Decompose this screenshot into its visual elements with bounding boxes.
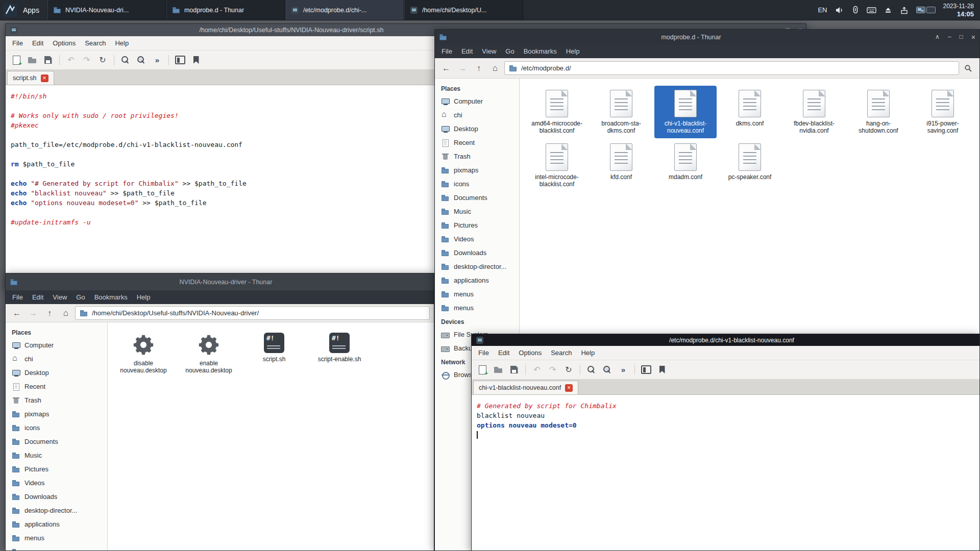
applications-menu-icon[interactable] (2, 2, 19, 19)
side-pane-icon[interactable] (174, 54, 187, 67)
sidebar-item[interactable]: pixmaps (435, 163, 519, 177)
sidebar-item[interactable]: Music (6, 448, 107, 462)
shade-button[interactable] (935, 34, 940, 41)
menu-item[interactable]: File (8, 290, 28, 304)
menu-item[interactable]: File (474, 346, 494, 360)
back-button[interactable] (10, 306, 24, 320)
sidebar-item[interactable]: chi (6, 352, 107, 366)
sidebar-item[interactable]: Music (435, 205, 519, 218)
file-item[interactable]: intel-microcode-blacklist.conf (526, 139, 588, 192)
clock[interactable]: 2023-11-28 14:05 (943, 3, 974, 18)
new-document-icon[interactable] (10, 54, 23, 67)
menu-item[interactable]: Help (110, 36, 133, 50)
file-item[interactable]: script-enable.sh (308, 329, 371, 378)
minimize-button[interactable] (948, 34, 951, 41)
file-item[interactable]: pc-speaker.conf (719, 139, 781, 192)
taskbar-window-button[interactable]: modprobe.d - Thunar (166, 0, 285, 20)
redo-icon[interactable] (546, 363, 559, 377)
redo-icon[interactable] (80, 54, 93, 67)
applications-menu-label[interactable]: Apps (23, 6, 39, 14)
undo-icon[interactable] (530, 363, 544, 377)
sidebar-item[interactable]: menus (6, 545, 107, 550)
sidebar-item[interactable]: icons (435, 177, 519, 191)
taskbar-window-button[interactable]: NVIDIA-Nouveau-dri... (47, 0, 166, 20)
menu-item[interactable]: Bookmarks (90, 290, 132, 304)
file-item[interactable]: hang-on-shutdown.conf (847, 86, 910, 138)
sidebar-item[interactable]: applications (435, 273, 519, 287)
menu-item[interactable]: Help (132, 290, 155, 304)
titlebar[interactable]: NVIDIA-Nouveau-driver - Thunar (6, 273, 434, 290)
workspace-2[interactable] (926, 7, 936, 13)
close-button[interactable] (971, 34, 975, 41)
menu-item[interactable]: Go (501, 44, 519, 58)
volume-icon[interactable] (835, 6, 844, 14)
sidebar-item[interactable]: Recent (435, 136, 519, 149)
sidebar-item[interactable]: applications (6, 517, 107, 531)
menu-item[interactable]: Search (546, 346, 576, 360)
home-button[interactable] (488, 61, 502, 75)
tab-close-icon[interactable] (565, 384, 573, 392)
keyboard-icon[interactable] (867, 6, 876, 14)
eject-icon[interactable] (884, 6, 892, 14)
sidebar-item[interactable]: Trash (6, 393, 107, 407)
menu-item[interactable]: Edit (494, 346, 514, 360)
file-item[interactable]: dkms.conf (719, 86, 781, 138)
taskbar-window-button[interactable]: /etc/modprobe.d/chi-... (285, 0, 404, 20)
menu-item[interactable]: Edit (28, 36, 48, 50)
save-icon[interactable] (41, 54, 55, 67)
sidebar-item[interactable]: Desktop (435, 122, 519, 136)
archive-icon[interactable] (900, 6, 909, 14)
menu-item[interactable]: Go (71, 290, 89, 304)
workspace-1[interactable] (916, 7, 925, 13)
titlebar[interactable]: /etc/modprobe.d/chi-v1-blacklist-nouveau… (472, 334, 979, 346)
menu-item[interactable]: Search (80, 36, 110, 50)
forward-button[interactable] (26, 306, 40, 320)
sidebar-item[interactable]: desktop-director... (6, 504, 107, 517)
reload-icon[interactable] (562, 363, 575, 377)
sidebar-item[interactable]: Videos (435, 232, 519, 246)
file-item[interactable]: mdadm.conf (654, 139, 717, 192)
taskbar-window-button[interactable]: /home/chi/Desktop/U... (404, 0, 523, 20)
file-item[interactable]: amd64-microcode-blacklist.conf (526, 86, 588, 138)
file-item[interactable]: chi-v1-blacklist-nouveau.conf (654, 86, 717, 138)
find-replace-icon[interactable] (601, 363, 614, 377)
language-indicator[interactable]: EN (818, 6, 827, 14)
sidebar-item[interactable]: Trash (435, 149, 519, 163)
sidebar-item[interactable]: menus (435, 301, 519, 315)
sidebar-item[interactable]: desktop-director... (435, 260, 519, 273)
new-document-icon[interactable] (476, 363, 489, 377)
maximize-button[interactable] (960, 34, 963, 41)
sidebar-item[interactable]: Pictures (6, 462, 107, 476)
sidebar-item[interactable]: pixmaps (6, 407, 107, 421)
undo-icon[interactable] (64, 54, 78, 67)
find-icon[interactable] (119, 54, 132, 67)
file-item[interactable]: script.sh (242, 329, 306, 378)
save-icon[interactable] (507, 363, 521, 377)
sidebar-item[interactable]: Downloads (435, 246, 519, 260)
file-item[interactable]: kfd.conf (590, 139, 652, 192)
workspace-switcher[interactable] (916, 7, 936, 13)
menu-item[interactable]: File (8, 36, 28, 50)
back-button[interactable] (439, 61, 453, 75)
menu-item[interactable]: Bookmarks (519, 44, 561, 58)
open-folder-icon[interactable] (492, 363, 505, 377)
menu-item[interactable]: Options (514, 346, 546, 360)
path-field[interactable]: /home/chi/Desktop/Useful-stuffs/NVIDIA-N… (75, 306, 430, 320)
file-item[interactable]: broadcom-sta-dkms.conf (590, 86, 652, 138)
tab-close-icon[interactable] (41, 74, 48, 82)
sidebar-item[interactable]: Downloads (6, 490, 107, 504)
file-item[interactable]: fbdev-blacklist-nvidia.conf (783, 86, 845, 138)
find-replace-icon[interactable] (135, 54, 148, 67)
file-item[interactable]: enable nouveau.desktop (177, 329, 240, 378)
up-button[interactable] (472, 61, 486, 75)
sidebar-item[interactable]: Videos (6, 476, 107, 490)
file-item[interactable]: i915-power-saving.conf (912, 86, 974, 138)
sidebar-item[interactable]: chi (435, 108, 519, 122)
more-tools-icon[interactable] (617, 363, 630, 377)
titlebar[interactable]: modprobe.d - Thunar (435, 30, 979, 44)
sidebar-item[interactable]: Recent (6, 380, 107, 393)
side-pane-icon[interactable] (640, 363, 653, 377)
file-item[interactable]: disable nouveau.desktop (112, 329, 175, 378)
open-folder-icon[interactable] (26, 54, 39, 67)
sidebar-item[interactable]: icons (6, 421, 107, 435)
